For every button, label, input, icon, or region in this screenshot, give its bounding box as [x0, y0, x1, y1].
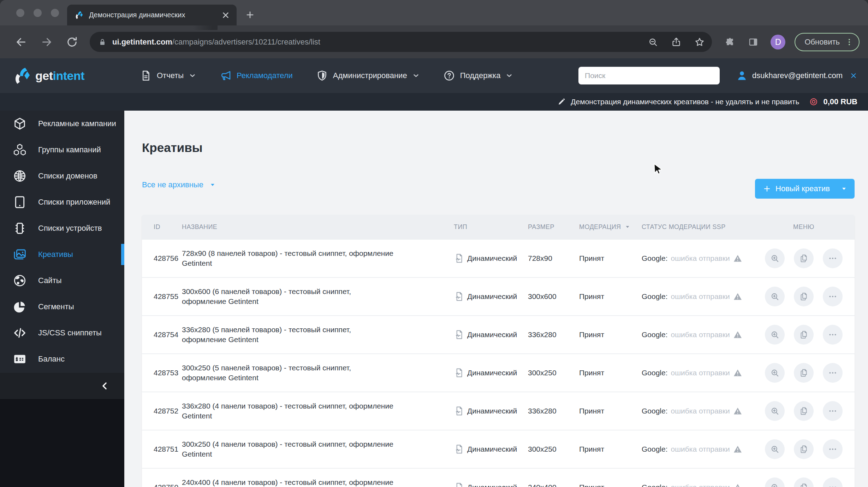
creative-id: 428756 — [154, 254, 182, 263]
sidebar-item-domain-lists[interactable]: Списки доменов — [0, 163, 124, 189]
ellipsis-icon — [828, 292, 838, 301]
nav-item-administration[interactable]: Администрирование — [316, 70, 420, 82]
duplicate-button[interactable] — [794, 325, 814, 345]
preview-button[interactable] — [765, 477, 785, 487]
reload-button[interactable] — [66, 36, 78, 48]
creatives-table: ID НАЗВАНИЕ ТИП РАЗМЕР МОДЕРАЦИЯ СТАТУС … — [142, 215, 855, 487]
side-panel-icon[interactable] — [748, 37, 759, 47]
moderation-status: Принят — [579, 292, 642, 301]
warning-icon[interactable] — [733, 368, 742, 377]
dynamic-creative-icon — [454, 253, 464, 264]
creative-id: 428754 — [154, 330, 182, 339]
preview-button[interactable] — [765, 325, 785, 345]
more-actions-button[interactable] — [823, 477, 843, 487]
logout-icon[interactable] — [850, 72, 857, 80]
preview-button[interactable] — [765, 401, 785, 421]
nav-item-advertisers[interactable]: Рекламодатели — [220, 70, 293, 82]
window-control-dot[interactable] — [51, 9, 59, 17]
warning-icon[interactable] — [733, 445, 742, 454]
more-actions-button[interactable] — [823, 287, 843, 306]
copy-icon — [799, 253, 809, 263]
more-actions-button[interactable] — [823, 363, 843, 383]
plus-icon — [763, 184, 771, 193]
duplicate-button[interactable] — [794, 287, 814, 306]
new-creative-button[interactable]: Новый креатив — [755, 179, 855, 199]
dynamic-creative-icon — [454, 291, 464, 302]
nav-item-reports[interactable]: Отчеты — [140, 70, 196, 82]
chevron-down-icon — [412, 72, 420, 80]
table-row: 428753 300x250 (5 панелей товаров) - тес… — [142, 353, 855, 392]
search-input[interactable] — [578, 67, 720, 84]
sidebar-item-campaign-groups[interactable]: Группы кампаний — [0, 137, 124, 163]
preview-button[interactable] — [765, 439, 785, 459]
sidebar-item-segments[interactable]: Сегменты — [0, 294, 124, 320]
browser-avatar[interactable]: D — [771, 35, 785, 49]
main-content: Креативы Все не архивные Новый креатив I… — [124, 111, 868, 487]
warning-icon[interactable] — [733, 483, 742, 487]
sidebar-item-balance[interactable]: Баланс — [0, 346, 124, 372]
caret-down-icon[interactable] — [840, 185, 848, 192]
sidebar-item-device-lists[interactable]: Списки устройств — [0, 215, 124, 241]
sidebar-item-sites[interactable]: Сайты — [0, 268, 124, 294]
creative-name: 300x250 (5 панелей товаров) - тестовый с… — [182, 363, 411, 383]
duplicate-button[interactable] — [794, 248, 814, 268]
column-moderation[interactable]: МОДЕРАЦИЯ — [579, 223, 642, 231]
browser-menu-icon[interactable] — [845, 37, 854, 47]
getintent-logo[interactable]: getintent — [0, 66, 124, 86]
warning-icon[interactable] — [733, 330, 742, 339]
account-menu[interactable]: dsukharev@getintent.com — [736, 70, 857, 82]
duplicate-button[interactable] — [794, 401, 814, 421]
more-actions-button[interactable] — [823, 325, 843, 345]
more-actions-button[interactable] — [823, 439, 843, 459]
caret-down-icon — [209, 181, 216, 188]
preview-button[interactable] — [765, 287, 785, 306]
table-row: 428754 336x280 (5 панелей товаров) - тес… — [142, 315, 855, 353]
new-tab-button[interactable] — [243, 8, 257, 22]
duplicate-button[interactable] — [794, 439, 814, 459]
sidebar-item-snippets[interactable]: JS/CSS сниппеты — [0, 320, 124, 346]
window-controls[interactable] — [16, 9, 59, 17]
back-button[interactable] — [15, 36, 28, 48]
nav-item-support[interactable]: Поддержка — [443, 70, 513, 82]
creative-type: Динамический — [454, 444, 528, 454]
archive-filter-dropdown[interactable]: Все не архивные — [142, 180, 216, 189]
creative-size: 300x250 — [528, 369, 579, 377]
sidebar-collapse-button[interactable] — [0, 373, 124, 399]
zoom-out-icon[interactable] — [648, 37, 658, 47]
warning-icon[interactable] — [733, 254, 742, 263]
browser-update-button[interactable]: Обновить — [795, 33, 860, 51]
browser-tab[interactable]: Демонстрация динамических — [67, 5, 237, 25]
creative-name: 728x90 (8 панелей товаров) - тестовый сн… — [182, 248, 411, 268]
device-icon — [13, 221, 27, 235]
bookmark-star-icon[interactable] — [694, 37, 705, 47]
share-icon[interactable] — [671, 37, 682, 47]
sidebar-item-app-lists[interactable]: Списки приложений — [0, 189, 124, 215]
zoom-in-icon — [770, 292, 780, 301]
more-actions-button[interactable] — [823, 248, 843, 268]
duplicate-button[interactable] — [794, 477, 814, 487]
tablet-icon — [13, 195, 27, 209]
warning-icon[interactable] — [733, 292, 742, 301]
copy-icon — [799, 368, 809, 378]
moderation-status: Принят — [579, 445, 642, 453]
table-row: 428750 240x400 (4 панели товаров) - тест… — [142, 468, 855, 487]
window-control-dot[interactable] — [16, 9, 24, 17]
duplicate-button[interactable] — [794, 363, 814, 383]
advertiser-balance[interactable]: 0,00 RUB — [823, 97, 857, 106]
sidebar-item-campaigns[interactable]: Рекламные кампании — [0, 111, 124, 137]
edit-advertiser-icon[interactable] — [557, 98, 566, 106]
tab-close-icon[interactable] — [221, 11, 230, 20]
dynamic-creative-icon — [454, 329, 464, 340]
lock-icon[interactable] — [98, 38, 107, 46]
more-actions-button[interactable] — [823, 401, 843, 421]
address-bar[interactable]: ui.getintent.com/campaigns/advertisers/1… — [90, 32, 712, 52]
sidebar-item-creatives[interactable]: Креативы — [0, 241, 124, 268]
balance-icon — [13, 352, 27, 366]
forward-button[interactable] — [40, 36, 53, 48]
extensions-icon[interactable] — [725, 37, 735, 47]
preview-button[interactable] — [765, 248, 785, 268]
warning-icon[interactable] — [733, 406, 742, 416]
preview-button[interactable] — [765, 363, 785, 383]
window-control-dot[interactable] — [34, 9, 42, 17]
new-creative-label: Новый креатив — [775, 184, 830, 193]
